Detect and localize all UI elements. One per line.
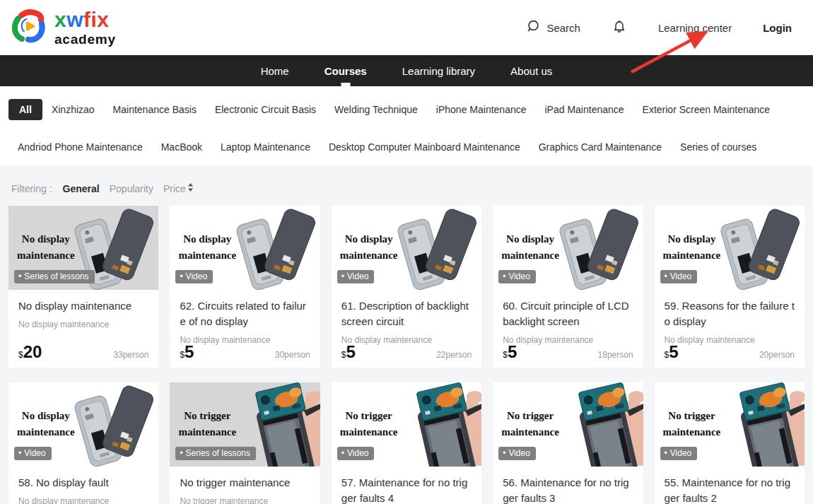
mainboard-repair-image (711, 382, 805, 467)
course-card[interactable]: No displaymaintenance (8, 206, 158, 368)
course-thumbnail: No triggermaintenance (655, 382, 805, 467)
course-title: 55. Maintenance for no trigger faults 2 (665, 475, 795, 504)
category-chip-all[interactable]: All (8, 99, 42, 120)
brand-text: xwfix (54, 9, 116, 30)
course-price: $5 (180, 342, 194, 362)
price-row: $5 22person (341, 342, 472, 362)
brand-logo[interactable]: xwfix academy (10, 6, 116, 49)
course-thumbnail: No triggermaintenance (332, 382, 481, 467)
badge-bullet: • (665, 272, 667, 281)
course-thumbnail: No displaymaintenance (170, 206, 320, 290)
nav-item-courses[interactable]: Courses (323, 55, 368, 86)
course-card[interactable]: No triggermaintenance (170, 382, 320, 504)
course-price: $5 (665, 342, 679, 362)
course-title: 57. Maintenance for no trigger faults 4 (341, 475, 472, 504)
category-chip-graphics-card-maintenance[interactable]: Graphics Card Maintenance (530, 137, 671, 157)
course-thumbnail: No displaymaintenance (8, 382, 158, 467)
course-type-badge: •Video (498, 270, 536, 283)
category-chip-maintenance-basis[interactable]: Maintenance Basis (104, 100, 206, 119)
course-thumbnail: No displaymaintenance (493, 206, 643, 290)
course-card-body: No display maintenance No display mainte… (8, 290, 158, 368)
course-card-body: 61. Description of backlight screen circ… (332, 290, 481, 368)
brand-academy: academy (54, 33, 116, 46)
notification-bell[interactable] (612, 18, 627, 37)
header: xwfix academy Search Learning cen (0, 0, 813, 55)
category-chip-iphone-maintenance[interactable]: iPhone Maintenance (427, 100, 536, 119)
course-thumbnail: No displaymaintenance (655, 206, 805, 290)
course-card[interactable]: No displaymaintenance (493, 206, 643, 368)
search-button[interactable]: Search (526, 19, 580, 36)
course-type-badge: •Video (660, 447, 698, 460)
course-price: $5 (341, 342, 356, 362)
course-title: No trigger maintenance (180, 475, 310, 491)
login-link[interactable]: Login (763, 22, 792, 34)
badge-bullet: • (341, 272, 344, 281)
badge-bullet: • (503, 272, 505, 281)
badge-bullet: • (18, 272, 21, 281)
header-actions: Search Learning center Login (526, 18, 792, 37)
category-chip-ipad-maintenance[interactable]: iPad Maintenance (536, 100, 633, 119)
category-chip-macbook[interactable]: MacBook (152, 137, 211, 157)
price-row: $5 20person (665, 342, 795, 362)
course-card[interactable]: No displaymaintenance (8, 382, 158, 504)
filter-option-price[interactable]: Price (163, 182, 194, 194)
filter-option-popularity[interactable]: Popularity (110, 183, 153, 194)
course-card[interactable]: No displaymaintenance (655, 206, 805, 368)
category-chip-series-of-courses[interactable]: Series of courses (671, 137, 766, 157)
course-subtitle: No display maintenance (18, 496, 148, 504)
enrolled-count: 18person (598, 350, 633, 360)
course-type-badge: •Video (175, 270, 213, 283)
course-price: $5 (503, 342, 517, 362)
course-subtitle: No trigger maintenance (180, 496, 310, 504)
bell-icon (612, 18, 627, 37)
course-thumbnail: No displaymaintenance (8, 206, 158, 290)
category-chip-welding-technique[interactable]: Welding Technique (325, 100, 427, 119)
phone-parts-image (550, 206, 643, 290)
enrolled-count: 20person (759, 350, 795, 360)
course-card[interactable]: No triggermaintenance (332, 382, 481, 504)
course-card[interactable]: No triggermaintenance (655, 382, 805, 504)
category-chip-xinzhizao[interactable]: Xinzhizao (42, 100, 104, 119)
badge-bullet: • (341, 449, 344, 457)
phone-parts-image (65, 382, 158, 467)
course-subtitle: No display maintenance (18, 320, 148, 329)
course-title: 58. No display fault (18, 475, 148, 491)
category-filter-bar: AllXinzhizaoMaintenance BasisElectronic … (0, 86, 813, 165)
course-title: No display maintenance (18, 298, 148, 314)
course-grid: No displaymaintenance (8, 206, 805, 504)
course-type-badge: •Video (660, 270, 698, 283)
course-thumbnail: No triggermaintenance (170, 382, 320, 467)
course-thumbnail: No triggermaintenance (493, 382, 643, 467)
course-card[interactable]: No triggermaintenance (493, 382, 643, 504)
course-type-badge: •Video (498, 447, 536, 460)
category-chip-electronic-circuit-basis[interactable]: Electronic Circuit Basis (206, 100, 325, 119)
nav-item-about-us[interactable]: About us (509, 55, 554, 86)
category-chip-andriod-phone-maintenance[interactable]: Andriod Phone Maintenance (8, 137, 152, 157)
badge-bullet: • (18, 449, 21, 457)
filtering-label: Filtering : (11, 183, 52, 194)
course-card[interactable]: No displaymaintenance (332, 206, 481, 368)
phone-parts-image (711, 206, 805, 290)
course-title: 60. Circuit principle of LCD backlight s… (503, 298, 633, 329)
course-title: 56. Maintenance for no trigger faults 3 (503, 475, 633, 504)
search-icon (526, 19, 541, 36)
course-card-body: 59. Reasons for the failure to display N… (655, 290, 805, 368)
nav-item-learning-library[interactable]: Learning library (401, 55, 476, 86)
category-chip-exterior-screen-maintenance[interactable]: Exterior Screen Maintenance (633, 100, 780, 119)
course-list-section: Filtering : General Popularity Price (0, 165, 813, 504)
phone-parts-image (388, 206, 481, 290)
category-chip-laptop-maintenance[interactable]: Laptop Maintenance (211, 137, 320, 157)
course-type-badge: •Video (14, 447, 52, 460)
nav-item-home[interactable]: Home (259, 55, 291, 86)
filter-option-general[interactable]: General (63, 183, 100, 194)
navbar: HomeCoursesLearning libraryAbout us (0, 55, 813, 86)
enrolled-count: 22person (436, 350, 472, 360)
category-chip-desktop-computer-mainboard-maintenance[interactable]: Desktop Computer Mainboard Maintenance (320, 137, 530, 157)
price-sort-icon[interactable] (187, 182, 194, 194)
mainboard-repair-image (550, 382, 643, 467)
search-label: Search (546, 22, 580, 34)
course-price: $20 (18, 342, 42, 362)
learning-center-link[interactable]: Learning center (658, 22, 732, 34)
course-card[interactable]: No displaymaintenance (170, 206, 320, 368)
badge-bullet: • (180, 449, 182, 457)
